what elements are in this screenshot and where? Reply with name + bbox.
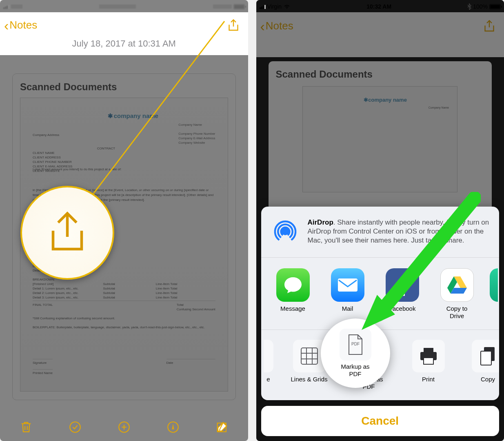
add-circle-icon[interactable]: [115, 419, 133, 436]
share-action-print[interactable]: Print: [404, 340, 453, 390]
signal-icon: [3, 4, 9, 9]
markup-pdf-highlight-callout: PDF Markup asPDF: [321, 318, 390, 388]
status-bar: Virgin 10:32 AM 100%: [256, 0, 504, 12]
svg-rect-11: [424, 358, 433, 364]
airdrop-icon: [270, 216, 300, 247]
share-app-more-partial[interactable]: [490, 268, 498, 320]
wifi-icon: [283, 4, 291, 9]
battery-percent: 100%: [473, 3, 488, 10]
svg-rect-9: [424, 348, 433, 352]
printer-icon: [412, 340, 445, 372]
copy-icon: [472, 340, 500, 372]
compose-icon[interactable]: [213, 419, 231, 436]
chevron-left-icon: ‹: [4, 21, 9, 30]
facebook-icon: [386, 268, 419, 302]
message-icon: [276, 268, 310, 302]
trash-icon[interactable]: [18, 419, 35, 436]
svg-text:PDF: PDF: [351, 342, 360, 346]
share-sheet: AirDrop. Share instantly with people nea…: [261, 207, 500, 436]
share-app-facebook[interactable]: Facebook: [380, 268, 424, 320]
bluetooth-icon: [467, 3, 471, 10]
share-action-copy[interactable]: Copy: [464, 340, 500, 390]
pdf-file-icon: PDF: [340, 329, 371, 361]
right-screenshot: ‹ Notes Scanned Documents ✱company name …: [256, 0, 504, 441]
markup-pen-icon[interactable]: [164, 419, 182, 436]
airdrop-row[interactable]: AirDrop. Share instantly with people nea…: [261, 207, 500, 258]
callout-line: [78, 20, 229, 220]
svg-rect-13: [481, 351, 491, 365]
clock: 10:32 AM: [366, 3, 391, 10]
battery-icon: [233, 4, 245, 9]
google-drive-icon: [440, 268, 474, 302]
share-action-partial-left[interactable]: e: [263, 340, 274, 390]
svg-rect-6: [338, 278, 357, 292]
check-circle-icon[interactable]: [67, 419, 84, 436]
signal-icon: [260, 4, 266, 9]
share-app-drive[interactable]: Copy toDrive: [435, 268, 479, 320]
airdrop-text: AirDrop. Share instantly with people nea…: [308, 218, 491, 245]
battery-icon: [489, 4, 501, 9]
doc-signature-row: SignaturePrinted Name Date: [33, 358, 215, 375]
svg-line-4: [79, 21, 224, 212]
share-icon: [43, 208, 92, 257]
bottom-toolbar: [0, 413, 248, 441]
svg-point-0: [70, 422, 80, 432]
carrier-label: Virgin: [267, 3, 282, 10]
back-button[interactable]: ‹ Notes: [4, 19, 37, 31]
status-bar: [0, 0, 248, 12]
share-app-message[interactable]: Message: [271, 268, 315, 320]
mail-icon: [331, 268, 364, 302]
cancel-button[interactable]: Cancel: [261, 406, 500, 436]
left-screenshot: Scanned Documents ✱company name Company …: [0, 0, 248, 441]
share-apps-row: Message Mail Facebook: [261, 258, 500, 330]
svg-rect-7: [301, 348, 317, 364]
share-icon-zoom-callout: [20, 186, 114, 280]
share-app-mail[interactable]: Mail: [326, 268, 370, 320]
back-label: Notes: [9, 19, 37, 31]
